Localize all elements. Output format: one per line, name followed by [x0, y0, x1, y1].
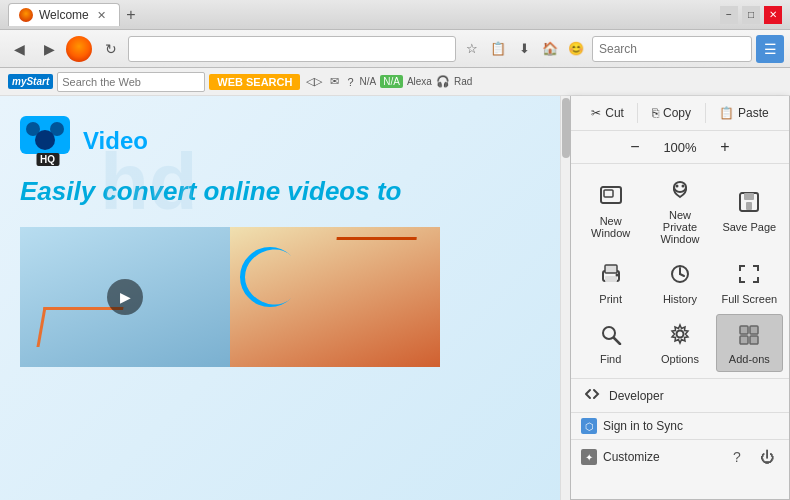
new-window-icon — [599, 185, 623, 211]
svg-rect-7 — [746, 202, 752, 210]
menu-item-addons[interactable]: Add-ons — [716, 314, 783, 372]
fullscreen-icon — [737, 263, 761, 289]
mystart-logo[interactable]: myStart — [8, 74, 53, 89]
question-icon[interactable]: ? — [345, 76, 355, 88]
address-bar[interactable] — [128, 36, 456, 62]
watermark-text: hd — [100, 136, 198, 228]
emoji-icon[interactable]: 😊 — [564, 37, 588, 61]
options-icon — [668, 323, 692, 349]
copy-icon: ⎘ — [652, 106, 659, 120]
save-page-icon — [738, 191, 760, 217]
svg-point-4 — [681, 185, 684, 188]
video-strip: ▶ — [20, 227, 440, 367]
web-search-button[interactable]: WEB SEARCH — [209, 74, 300, 90]
bookmark-star-icon[interactable]: ☆ — [460, 37, 484, 61]
menu-item-fullscreen[interactable]: Full Screen — [716, 254, 783, 312]
svg-rect-10 — [605, 276, 617, 282]
home-icon[interactable]: 🏠 — [538, 37, 562, 61]
developer-icon — [583, 385, 601, 406]
hamburger-menu-button[interactable]: ☰ — [756, 35, 784, 63]
hq-badge: HQ — [36, 153, 59, 166]
cut-copy-paste-row: ✂ Cut ⎘ Copy 📋 Paste — [571, 96, 789, 131]
developer-menu-item[interactable]: Developer — [571, 379, 789, 413]
addons-label: Add-ons — [729, 353, 770, 365]
zoom-in-button[interactable]: + — [713, 135, 737, 159]
new-window-label: New Window — [582, 215, 639, 239]
separator-2 — [705, 103, 706, 123]
search-input[interactable] — [592, 36, 752, 62]
hq-camera-icon: HQ — [20, 116, 75, 166]
paste-button[interactable]: 📋 Paste — [708, 102, 780, 124]
customize-icon: ✦ — [581, 449, 597, 465]
browser-tab[interactable]: Welcome ✕ — [8, 3, 120, 26]
reload-button[interactable]: ↻ — [98, 36, 124, 62]
svg-rect-1 — [604, 190, 613, 197]
menu-item-print[interactable]: Print — [577, 254, 644, 312]
menu-item-history[interactable]: History — [646, 254, 713, 312]
maximize-button[interactable]: □ — [742, 6, 760, 24]
forward-button[interactable]: ▶ — [36, 36, 62, 62]
na-green-badge: N/A — [380, 75, 403, 88]
svg-rect-18 — [740, 326, 748, 334]
bookmark-search-input[interactable] — [57, 72, 205, 92]
play-button[interactable]: ▶ — [107, 279, 143, 315]
addons-icon — [737, 323, 761, 349]
sign-in-menu-item[interactable]: ⬡ Sign in to Sync — [571, 413, 789, 440]
firefox-menu-panel: ✂ Cut ⎘ Copy 📋 Paste − 100% + — [570, 96, 790, 500]
private-window-label: New Private Window — [651, 209, 708, 245]
customize-menu-item[interactable]: ✦ Customize ? ⏻ — [571, 440, 789, 474]
copy-button[interactable]: ⎘ Copy — [641, 102, 702, 124]
help-icon[interactable]: ? — [725, 445, 749, 469]
svg-rect-6 — [744, 193, 754, 200]
bookmark-icon-1[interactable]: ◁▷ — [304, 75, 324, 88]
menu-item-options[interactable]: Options — [646, 314, 713, 372]
history-icon — [668, 263, 692, 289]
main-area: HQ Video Easily convert online videos to… — [0, 96, 790, 500]
find-icon — [599, 323, 623, 349]
power-icon[interactable]: ⏻ — [755, 445, 779, 469]
history-label: History — [663, 293, 697, 305]
title-bar: Welcome ✕ + − □ ✕ — [0, 0, 790, 30]
svg-point-17 — [676, 331, 683, 338]
menu-item-save-page[interactable]: Save Page — [716, 170, 783, 252]
menu-item-new-window[interactable]: New Window — [577, 170, 644, 252]
svg-line-16 — [614, 338, 620, 344]
svg-point-3 — [675, 185, 678, 188]
private-window-icon — [668, 179, 692, 205]
sign-in-icon: ⬡ — [581, 418, 597, 434]
cut-button[interactable]: ✂ Cut — [580, 102, 635, 124]
zoom-value: 100% — [655, 140, 705, 155]
download-icon[interactable]: ⬇ — [512, 37, 536, 61]
na-badge: N/A — [360, 76, 377, 87]
zoom-row: − 100% + — [571, 131, 789, 164]
separator-1 — [637, 103, 638, 123]
close-button[interactable]: ✕ — [764, 6, 782, 24]
alexa-label: Alexa — [407, 76, 432, 87]
svg-rect-20 — [740, 336, 748, 344]
print-icon — [599, 263, 623, 289]
paste-icon: 📋 — [719, 106, 734, 120]
new-tab-button[interactable]: + — [120, 4, 142, 26]
bookmarks-bar: myStart WEB SEARCH ◁▷ ✉ ? N/A N/A Alexa … — [0, 68, 790, 96]
find-label: Find — [600, 353, 621, 365]
email-icon[interactable]: ✉ — [328, 75, 341, 88]
zoom-out-button[interactable]: − — [623, 135, 647, 159]
headphone-icon: 🎧 — [436, 75, 450, 88]
vertical-scrollbar[interactable] — [560, 96, 570, 500]
web-content: HQ Video Easily convert online videos to… — [0, 96, 570, 500]
minimize-button[interactable]: − — [720, 6, 738, 24]
back-button[interactable]: ◀ — [6, 36, 32, 62]
favicon — [19, 8, 33, 22]
print-label: Print — [599, 293, 622, 305]
reading-list-icon[interactable]: 📋 — [486, 37, 510, 61]
menu-item-private-window[interactable]: New Private Window — [646, 170, 713, 252]
menu-item-find[interactable]: Find — [577, 314, 644, 372]
tab-close-button[interactable]: ✕ — [95, 8, 109, 22]
svg-rect-19 — [750, 326, 758, 334]
video-thumb-right — [230, 227, 440, 367]
save-page-label: Save Page — [722, 221, 776, 233]
customize-label: Customize — [603, 450, 660, 464]
svg-point-11 — [615, 274, 618, 277]
scrollbar-thumb[interactable] — [562, 98, 570, 158]
fullscreen-label: Full Screen — [722, 293, 778, 305]
